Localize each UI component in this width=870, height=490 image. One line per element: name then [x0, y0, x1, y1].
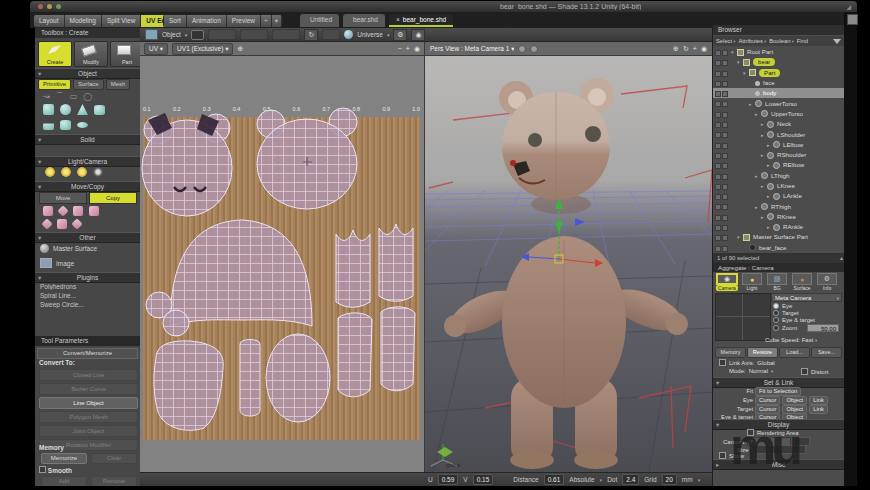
mode-row[interactable]: Mode: Normal▾: [729, 368, 773, 374]
uv-editor-viewport[interactable]: 0.10.20.30.40.50.60.70.80.91.0: [140, 56, 424, 472]
visibility-toggle[interactable]: [715, 235, 721, 241]
disabled-tool-button-1[interactable]: [208, 29, 236, 40]
pan-move-icon[interactable]: ⊕: [237, 45, 243, 53]
render-toggle[interactable]: [722, 132, 728, 138]
disabled-tool-button-2[interactable]: [240, 29, 268, 40]
visibility-toggle[interactable]: [715, 50, 721, 56]
translate-icon[interactable]: [43, 206, 53, 216]
object-type-tab[interactable]: Surface: [73, 79, 104, 90]
visibility-toggle[interactable]: [715, 143, 721, 149]
move-copy-button[interactable]: Copy: [89, 192, 137, 204]
rotate-tool-icon[interactable]: [57, 205, 68, 216]
object-type-tab[interactable]: Mesh: [106, 79, 131, 90]
render-toggle[interactable]: [722, 225, 728, 231]
browser-header[interactable]: Browser: [713, 25, 849, 35]
visibility-toggle[interactable]: [715, 91, 721, 97]
view-camera-dropdown[interactable]: Pers View : Meta Camera 1 ▾: [430, 45, 514, 53]
visibility-toggle[interactable]: [715, 246, 721, 252]
camera-memory-button[interactable]: Save...: [811, 347, 842, 358]
tree-item[interactable]: LThigh: [713, 171, 844, 181]
arc-tool-icon[interactable]: ⌒: [56, 91, 64, 102]
aggregate-tab[interactable]: Surface: [790, 273, 814, 291]
convert-button[interactable]: Closed Line: [39, 369, 138, 381]
browser-menu-item[interactable]: Find: [797, 38, 809, 44]
mode-tab[interactable]: Animation: [187, 15, 227, 27]
mode-tab[interactable]: Sort: [164, 15, 187, 27]
filter-funnel-icon[interactable]: [833, 39, 841, 44]
eye-link-button[interactable]: Link: [809, 396, 828, 405]
camera-tool-icon[interactable]: [93, 167, 103, 177]
render-toggle[interactable]: [722, 50, 728, 56]
tree-item[interactable]: RKnee: [713, 212, 844, 222]
zoom-value-field[interactable]: 50.00: [807, 324, 839, 332]
document-tab[interactable]: bear.shd: [343, 14, 385, 27]
eye-object-button[interactable]: Object: [782, 396, 807, 405]
render-toggle[interactable]: [722, 184, 728, 190]
object-dropdown[interactable]: Object: [162, 31, 181, 38]
window-controls[interactable]: [38, 4, 61, 9]
fit-to-selection-button[interactable]: Fit to Selection: [755, 387, 801, 396]
tree-item[interactable]: LKnee: [713, 181, 844, 191]
zoom-view-icon[interactable]: +: [693, 45, 697, 52]
rotate-view-icon[interactable]: ↻: [304, 29, 318, 41]
camera-select-dropdown[interactable]: Meta Camera▾: [771, 293, 842, 302]
distort-checkbox[interactable]: [801, 368, 808, 375]
plugin-item[interactable]: Spiral Line...: [40, 292, 84, 299]
visibility-toggle[interactable]: [715, 71, 721, 77]
cylinder-primitive-icon[interactable]: [94, 105, 105, 115]
zoom-in-icon[interactable]: +: [406, 45, 410, 52]
visibility-toggle[interactable]: [715, 112, 721, 118]
aggregate-tab[interactable]: BG: [765, 273, 789, 291]
settings-wrench-icon[interactable]: ⚙: [393, 29, 407, 41]
aggregate-tab[interactable]: Light: [740, 273, 764, 291]
tree-item[interactable]: LAnkle: [713, 191, 844, 201]
line-tool-icon[interactable]: ↝: [43, 92, 50, 101]
scale-icon[interactable]: [73, 206, 83, 216]
browser-menu-item[interactable]: Attributes▾: [738, 38, 766, 44]
mode-tab[interactable]: +: [261, 15, 272, 27]
tree-item[interactable]: LowerTorso: [713, 98, 844, 108]
close-window-button[interactable]: [38, 4, 43, 9]
plugin-item[interactable]: Sweep Circle...: [40, 301, 84, 308]
eye-cursor-button[interactable]: Cursor: [755, 396, 780, 405]
visibility-toggle[interactable]: [715, 81, 721, 87]
capsule-primitive-icon[interactable]: [60, 120, 71, 130]
tree-item[interactable]: Neck: [713, 119, 844, 129]
render-toggle[interactable]: [722, 112, 728, 118]
mode-tab[interactable]: Preview: [227, 15, 261, 27]
coordinate-mode-dropdown[interactable]: Absolute: [569, 476, 594, 483]
tool-parameters-header[interactable]: Tool Parameters: [35, 336, 146, 346]
document-tab[interactable]: ×bear_bone.shd: [389, 14, 453, 27]
tree-item[interactable]: UpperTorso: [713, 109, 844, 119]
uv-channel-dropdown[interactable]: UV1 (Exclusive) ▾: [172, 43, 233, 55]
object-type-tab[interactable]: Primitive: [38, 79, 71, 90]
display-show-checkbox[interactable]: [719, 452, 726, 459]
render-toggle[interactable]: [722, 204, 728, 210]
visibility-toggle[interactable]: [715, 215, 721, 221]
universe-dropdown[interactable]: Universe: [357, 31, 383, 38]
browser-menu-item[interactable]: Select▾: [716, 38, 735, 44]
titlebar[interactable]: bear_bone.shd — Shade 13.1.2 Unity (64-b…: [30, 1, 857, 12]
distort-row[interactable]: Distort: [801, 368, 828, 375]
fit-view-icon[interactable]: ◉: [414, 45, 420, 53]
disabled-tool-button-4[interactable]: [322, 29, 340, 40]
render-toggle[interactable]: [722, 101, 728, 107]
object-section-header[interactable]: ▾Object: [35, 68, 140, 79]
image-item[interactable]: Image: [40, 258, 74, 268]
flower-icon[interactable]: [71, 218, 82, 229]
smooth-checkbox[interactable]: [39, 466, 46, 473]
workspace-tab[interactable]: Layout: [34, 15, 65, 27]
document-tab[interactable]: Untitled: [300, 14, 339, 27]
mirror-icon[interactable]: [89, 206, 99, 216]
zoom-window-button[interactable]: [56, 4, 61, 9]
render-toggle[interactable]: [722, 60, 728, 66]
tree-item[interactable]: LElbow: [713, 140, 844, 150]
aggregate-tab[interactable]: Camera: [715, 273, 739, 291]
close-tab-icon[interactable]: ×: [396, 16, 400, 23]
panel-collapse-button[interactable]: [847, 14, 858, 25]
minimize-window-button[interactable]: [47, 4, 52, 9]
move-copy-section-header[interactable]: ▾Move/Copy: [35, 181, 140, 192]
render-toggle[interactable]: [722, 143, 728, 149]
convert-button[interactable]: Bezier Curve: [39, 383, 138, 395]
pan-icon[interactable]: ⊕: [673, 45, 679, 53]
